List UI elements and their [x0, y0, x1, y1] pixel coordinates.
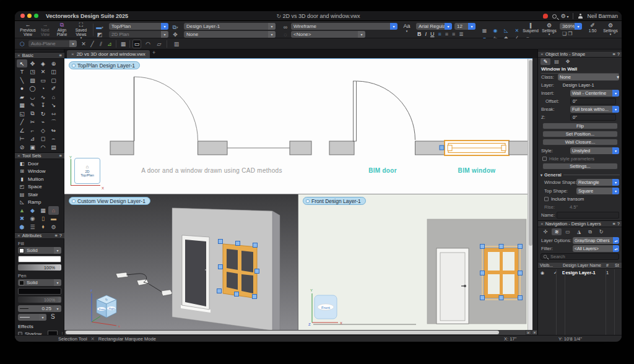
- selection-handle[interactable]: [440, 145, 444, 150]
- settings-button[interactable]: Settings...: [542, 163, 618, 170]
- close-icon[interactable]: ×: [17, 153, 20, 158]
- door-elevation[interactable]: [436, 248, 469, 324]
- viewport-label-top-plan[interactable]: Top/Plan Design Layer-1: [69, 61, 140, 69]
- locus-tool[interactable]: ✕: [38, 68, 48, 76]
- double-line-tool[interactable]: ▨: [27, 76, 38, 84]
- menu-icon[interactable]: ≡: [54, 233, 57, 238]
- callout-tool[interactable]: ◳: [27, 68, 38, 76]
- horizontal-scrollbar[interactable]: ▸ ▾: [64, 330, 537, 335]
- set-position-button[interactable]: Set Position...: [542, 131, 618, 137]
- hardware-tool[interactable]: ⬧: [38, 223, 48, 232]
- new-tab-button[interactable]: +: [152, 50, 155, 56]
- help-icon[interactable]: ?: [617, 51, 620, 57]
- minimize-window-button[interactable]: [27, 14, 32, 18]
- render-mode-dropdown[interactable]: Wireframe▾: [291, 23, 397, 30]
- document-tab[interactable]: × 2D vs 3D door and window.vwx: [67, 50, 150, 58]
- hatch-tool[interactable]: ▦: [17, 102, 27, 110]
- protractor-tool[interactable]: ∠: [17, 126, 27, 134]
- align-plane-button[interactable]: ⧉Align Plane: [53, 22, 71, 37]
- snap-settings-button[interactable]: ⚙Settings▾: [540, 23, 558, 37]
- gear-menu-icon[interactable]: ⚙ ▾: [561, 13, 569, 19]
- viewport-custom-view[interactable]: Custom View Design Layer-1: [64, 194, 298, 331]
- sheet-layers-tab-icon[interactable]: ▭: [563, 228, 573, 235]
- pen-color-swatch[interactable]: [18, 288, 61, 295]
- working-plane-icon[interactable]: ⊿: [105, 40, 114, 48]
- name-field[interactable]: [557, 212, 619, 219]
- zoom-window-button[interactable]: [34, 14, 38, 18]
- curve-tool[interactable]: ◡: [27, 93, 38, 101]
- duplicate-mode-icon[interactable]: ⫽: [97, 40, 105, 48]
- viewport-label-front[interactable]: Front Design Layer-1: [303, 197, 366, 205]
- pane-split-button[interactable]: ▸: [526, 330, 531, 335]
- curtain-wall-tool[interactable]: ▦: [38, 206, 48, 215]
- user-name[interactable]: Neil Barman: [587, 13, 618, 19]
- render-background-dropdown[interactable]: <None>▾: [291, 31, 365, 38]
- transport-tool[interactable]: ⬢: [17, 223, 27, 232]
- window-3d-selected[interactable]: [217, 240, 259, 299]
- massing-model-tool[interactable]: ◆: [27, 206, 38, 215]
- rectangle-tool[interactable]: ▭: [38, 76, 48, 84]
- pan-tool[interactable]: ✥: [27, 59, 38, 67]
- attributes-palette-header[interactable]: ×Attributes≡?: [15, 232, 64, 239]
- help-icon[interactable]: ?: [617, 221, 620, 227]
- clip-tool[interactable]: ⊘: [17, 143, 27, 151]
- toolset-door[interactable]: ◧Door: [15, 160, 64, 168]
- chamfer-tool[interactable]: ◇: [38, 126, 48, 134]
- offset-field[interactable]: 0": [570, 98, 616, 105]
- plan-mode-dropdown[interactable]: 2D Plan▾: [109, 31, 168, 38]
- bim-wall-segment[interactable]: [509, 141, 530, 155]
- more-icon[interactable]: ⋮: [57, 265, 61, 270]
- section-line-tool[interactable]: ▤: [48, 143, 59, 151]
- vertical-scrollbar[interactable]: [528, 59, 532, 331]
- align-center-button[interactable]: ≡: [445, 31, 448, 37]
- close-icon[interactable]: ×: [541, 51, 544, 57]
- cursor-mod-tool[interactable]: ↘: [48, 102, 59, 110]
- auto-plane-dropdown[interactable]: Auto-Plane▾: [28, 40, 77, 47]
- flip-tool[interactable]: ⇿: [48, 110, 59, 118]
- font-format-button[interactable]: Aa▾: [401, 24, 412, 33]
- frame-tool[interactable]: ◻: [38, 135, 48, 143]
- camera-tool[interactable]: ◉: [27, 215, 38, 223]
- building-shell-tool[interactable]: ⌂: [48, 206, 59, 215]
- menu-icon[interactable]: ≡: [612, 221, 615, 227]
- more-icon[interactable]: ⋮: [57, 297, 61, 302]
- rotate-tool[interactable]: ↻: [38, 110, 48, 118]
- lasso-marquee-mode-button[interactable]: ◠: [144, 40, 152, 48]
- resize-tool[interactable]: ◱: [17, 110, 27, 118]
- line-weight-dropdown[interactable]: 0.25▾: [18, 305, 61, 312]
- dome-tool[interactable]: ◠: [38, 143, 48, 151]
- symbol-insert-tool[interactable]: ◫: [48, 68, 59, 76]
- spline-tool[interactable]: ∿: [38, 93, 48, 101]
- next-view-button[interactable]: →Next View: [37, 22, 53, 37]
- general-section-header[interactable]: ▾General: [541, 172, 620, 178]
- viewport-label-custom-view[interactable]: Custom View Design Layer-1: [69, 197, 150, 205]
- align-justify-button[interactable]: ≣: [459, 31, 464, 37]
- flyover-tool[interactable]: ◈: [38, 59, 48, 67]
- connect-combine-tool[interactable]: ↬: [48, 126, 59, 134]
- polygon-marquee-mode-button[interactable]: ▱: [155, 40, 163, 48]
- wall-tool[interactable]: ▬: [48, 215, 59, 223]
- scrollbar-thumb[interactable]: [66, 331, 499, 334]
- zoom-tool[interactable]: ⊕: [48, 59, 59, 67]
- toolset-space[interactable]: ◰Space: [15, 183, 64, 191]
- saved-views-tab-icon[interactable]: ⧉: [585, 228, 595, 235]
- object-info-header[interactable]: ×Object Info - Shape≡?: [538, 51, 622, 58]
- layer-row[interactable]: ◉ ✓ Design Layer-1 1: [538, 269, 622, 276]
- arc-tool[interactable]: ◔: [38, 85, 48, 93]
- filter-dropdown[interactable]: <All Layers>▴▾: [573, 245, 619, 252]
- move-by-points-icon[interactable]: ╱: [88, 40, 97, 48]
- tool-sets-palette-header[interactable]: ×Tool Sets≡: [15, 152, 64, 159]
- cad-window-plan[interactable]: [227, 141, 311, 155]
- intersect-tool[interactable]: ✂: [27, 118, 38, 126]
- fill-opacity-slider[interactable]: 100%⋮: [18, 264, 61, 271]
- crop-tool[interactable]: ▣: [27, 143, 38, 151]
- menu-icon[interactable]: ≡: [59, 53, 62, 58]
- line-end-style-button[interactable]: S: [51, 313, 55, 320]
- angle-dimension-tool[interactable]: ⊿: [27, 135, 38, 143]
- oval-tool[interactable]: ◯: [27, 85, 38, 93]
- pen-style-dropdown[interactable]: Solid▾: [18, 279, 61, 286]
- fill-color-swatch[interactable]: [18, 256, 61, 262]
- references-tab-icon[interactable]: ↻: [596, 228, 606, 235]
- view-mode-dropdown[interactable]: Top/Plan▾: [109, 23, 168, 30]
- style-dropdown[interactable]: Unstyled▾: [570, 147, 619, 154]
